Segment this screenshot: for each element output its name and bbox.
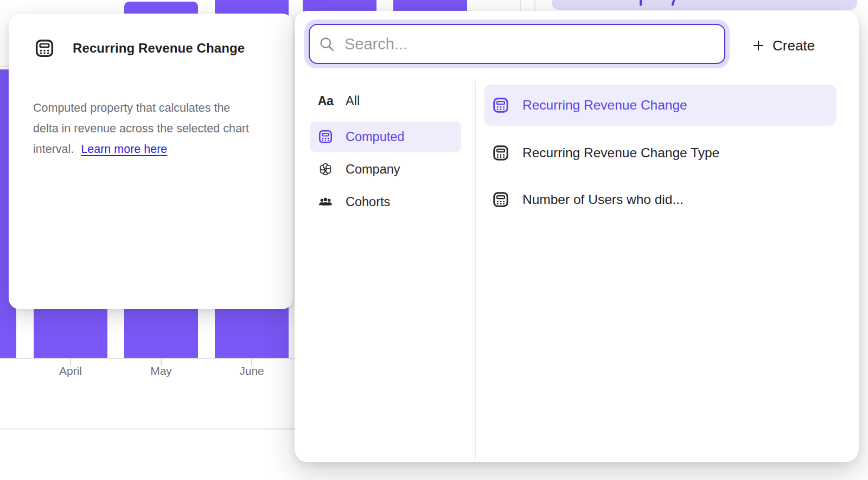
search-focus-ring <box>304 20 730 68</box>
result-label: Recurring Revenue Change <box>522 98 687 113</box>
clipped-text-fragment <box>671 0 675 6</box>
screen: April May June Recurring Revenue Change … <box>0 0 868 480</box>
calculator-icon <box>492 96 510 114</box>
filter-label: All <box>346 94 360 108</box>
learn-more-link[interactable]: Learn more here <box>81 143 167 156</box>
column-divider <box>475 81 476 459</box>
tooltip-card-description: Computed property that calculates the de… <box>33 98 277 159</box>
filter-item-cohorts[interactable]: Cohorts <box>310 187 461 217</box>
company-icon <box>317 161 334 177</box>
tooltip-card-header: Recurring Revenue Change <box>34 37 245 59</box>
x-axis-label: April <box>59 364 82 377</box>
background-selected-property-pill <box>552 0 857 10</box>
filter-item-company[interactable]: Company <box>310 154 461 184</box>
calculator-icon <box>317 129 334 145</box>
tooltip-card-title: Recurring Revenue Change <box>73 41 245 56</box>
search-input[interactable] <box>343 35 716 54</box>
result-label: Recurring Revenue Change Type <box>522 145 719 161</box>
text-format-icon: Aa <box>317 94 334 108</box>
result-label: Number of Users who did... <box>522 192 684 207</box>
create-button[interactable]: Create <box>748 35 818 56</box>
x-axis-label: June <box>239 364 264 377</box>
filter-label: Cohorts <box>346 195 390 209</box>
result-item-recurring-revenue-change[interactable]: Recurring Revenue Change <box>484 85 837 126</box>
calculator-icon <box>492 190 510 209</box>
result-item-recurring-revenue-change-type[interactable]: Recurring Revenue Change Type <box>484 132 837 174</box>
calculator-icon <box>492 144 510 162</box>
results-list: Recurring Revenue Change Recurring Reven… <box>484 85 837 220</box>
description-line: interval.Learn more here <box>33 139 277 159</box>
background-panel-edge <box>0 66 9 67</box>
background-gridline <box>520 0 521 11</box>
x-axis-label: May <box>150 364 172 377</box>
filter-label: Company <box>346 162 400 177</box>
description-line: Computed property that calculates the <box>33 98 277 118</box>
clipped-text-fragment <box>640 0 642 6</box>
description-line: delta in revenue across the selected cha… <box>33 118 277 139</box>
calculator-icon <box>34 37 55 59</box>
filter-item-computed[interactable]: Computed <box>310 121 461 152</box>
search-icon <box>318 36 335 53</box>
property-picker-modal: Create Aa All Computed Company Cohorts <box>295 11 859 462</box>
background-divider-line <box>0 428 296 430</box>
plus-icon <box>751 39 765 53</box>
property-tooltip-card: Recurring Revenue Change Computed proper… <box>9 14 293 309</box>
cohorts-icon <box>317 194 334 210</box>
search-box <box>309 24 725 64</box>
filter-item-all[interactable]: Aa All <box>310 86 461 116</box>
create-button-label: Create <box>773 37 815 54</box>
filter-label: Computed <box>346 130 404 144</box>
description-line-end: interval. <box>33 143 74 156</box>
background-gridline <box>534 0 535 11</box>
filter-sidebar: Aa All Computed Company Cohorts <box>310 86 461 217</box>
result-item-number-of-users-who-did[interactable]: Number of Users who did... <box>484 179 837 220</box>
